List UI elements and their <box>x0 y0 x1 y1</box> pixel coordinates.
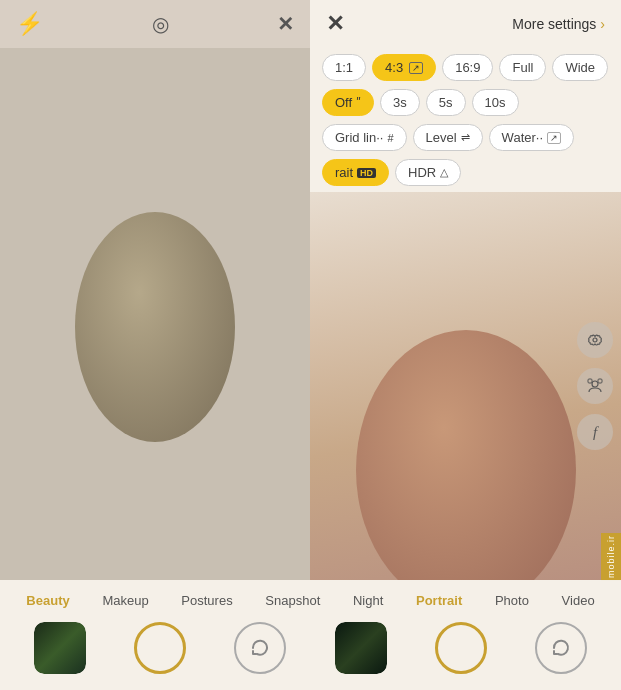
tab-portrait[interactable]: Portrait <box>416 593 462 608</box>
watermark-chip[interactable]: Water·· ↗ <box>489 124 574 151</box>
right-top-bar: ✕ More settings › <box>310 0 621 48</box>
mode-bar: Beauty Makeup Postures Snapshot Night Po… <box>0 580 621 690</box>
tab-night[interactable]: Night <box>353 593 383 608</box>
timer-off[interactable]: Off ʺ <box>322 89 374 116</box>
mode-tabs-row: Beauty Makeup Postures Snapshot Night Po… <box>0 580 621 616</box>
face-scan-icon[interactable] <box>577 368 613 404</box>
portrait-hdr-row: rait HD HDR △ <box>322 159 609 186</box>
ratio-row: 1:1 4:3 ↗ 16:9 Full Wide <box>322 54 609 81</box>
left-top-bar: ⚡ ◎ ✕ <box>0 0 310 48</box>
close-right-button[interactable]: ✕ <box>326 11 344 37</box>
ratio-16-9[interactable]: 16:9 <box>442 54 493 81</box>
grid-lines-chip[interactable]: Grid lin·· # <box>322 124 407 151</box>
portrait-hd-chip[interactable]: rait HD <box>322 159 389 186</box>
tab-snapshot[interactable]: Snapshot <box>265 593 320 608</box>
svg-point-6 <box>592 381 598 387</box>
ratio-wide[interactable]: Wide <box>552 54 608 81</box>
chevron-right-icon: › <box>600 16 605 32</box>
more-settings-label: More settings <box>512 16 596 32</box>
face-oval <box>75 212 235 442</box>
night-thumb-image <box>335 622 387 674</box>
hdr-chip[interactable]: HDR △ <box>395 159 461 186</box>
timer-3s[interactable]: 3s <box>380 89 420 116</box>
beauty-thumb-image <box>34 622 86 674</box>
makeup-mode-circle[interactable] <box>134 622 186 674</box>
ratio-full[interactable]: Full <box>499 54 546 81</box>
right-settings-panel: ✕ More settings › 1:1 4:3 ↗ 16:9 Full Wi… <box>310 0 621 580</box>
more-settings-link[interactable]: More settings › <box>512 16 605 32</box>
tab-beauty[interactable]: Beauty <box>26 593 69 608</box>
close-left-button[interactable]: ✕ <box>277 12 294 36</box>
night-mode-thumb[interactable] <box>335 622 387 674</box>
tab-makeup[interactable]: Makeup <box>102 593 148 608</box>
tab-photo[interactable]: Photo <box>495 593 529 608</box>
flash-icon[interactable]: ⚡ <box>16 11 43 37</box>
ratio-4-3[interactable]: 4:3 ↗ <box>372 54 436 81</box>
ratio-1-1[interactable]: 1:1 <box>322 54 366 81</box>
postures-mode-refresh[interactable] <box>234 622 286 674</box>
face-oval-right <box>356 330 576 580</box>
svg-rect-8 <box>598 379 602 383</box>
beauty-mode-thumb[interactable] <box>34 622 86 674</box>
filter-action-icon[interactable]: f <box>577 414 613 450</box>
timer-off-icon: ʺ <box>356 96 361 109</box>
hd-badge: HD <box>357 168 376 178</box>
side-action-buttons: f <box>577 322 613 450</box>
settings-action-icon[interactable] <box>577 322 613 358</box>
tab-postures[interactable]: Postures <box>181 593 232 608</box>
timer-5s[interactable]: 5s <box>426 89 466 116</box>
photo-mode-refresh[interactable] <box>535 622 587 674</box>
camera-viewfinder-left <box>0 48 310 605</box>
svg-rect-7 <box>588 379 592 383</box>
feature-row: Grid lin·· # Level ⇌ Water·· ↗ <box>322 124 609 151</box>
level-chip[interactable]: Level ⇌ <box>413 124 483 151</box>
timer-row: Off ʺ 3s 5s 10s <box>322 89 609 116</box>
camera-viewfinder-right: f <box>310 192 621 580</box>
settings-options: 1:1 4:3 ↗ 16:9 Full Wide Off ʺ 3s 5s 10s… <box>310 48 621 192</box>
watermark-badge: mobile.ir <box>601 533 621 580</box>
timer-10s[interactable]: 10s <box>472 89 519 116</box>
svg-point-5 <box>593 338 597 342</box>
camera-switch-icon[interactable]: ◎ <box>152 12 169 36</box>
tab-video[interactable]: Video <box>562 593 595 608</box>
portrait-mode-circle[interactable] <box>435 622 487 674</box>
mode-icons-row <box>0 616 621 684</box>
